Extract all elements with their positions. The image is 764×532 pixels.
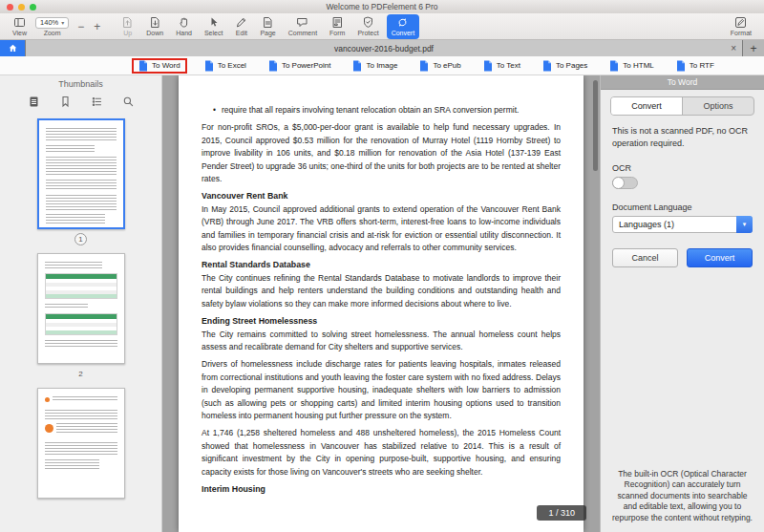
- zoom-dropdown[interactable]: 140% ▾: [35, 17, 69, 29]
- hand-icon: [178, 16, 190, 29]
- convert-to-excel-button[interactable]: To Excel: [200, 58, 251, 74]
- home-icon: [8, 43, 18, 53]
- thumbnail-page-3[interactable]: [37, 388, 125, 499]
- convert-to-word-button[interactable]: To Word: [132, 58, 187, 74]
- traffic-lights: [7, 4, 36, 11]
- thumb-table-graphic: [45, 273, 117, 299]
- bookmarks-panel-button[interactable]: [57, 94, 74, 110]
- panel-body: This is not a scanned PDF, no OCR operat…: [601, 116, 764, 267]
- form-icon: [331, 16, 344, 29]
- convert-to-powerpoint-button[interactable]: To PowerPoint: [264, 58, 336, 74]
- pdf-page[interactable]: • require that all repairs involving ten…: [179, 75, 584, 532]
- new-tab-button[interactable]: +: [743, 40, 764, 56]
- tab-bar: vancouver-2016-budget.pdf × +: [0, 40, 764, 56]
- chevron-down-icon: ▾: [61, 19, 64, 26]
- language-value: Languages (1): [619, 220, 674, 229]
- document-heading: Rental Standards Database: [202, 259, 561, 271]
- document-scrollbar[interactable]: [592, 77, 598, 530]
- main-area: Thumbnails: [0, 75, 764, 532]
- comment-bubble-icon: [296, 16, 308, 29]
- tab-convert[interactable]: Convert: [611, 97, 682, 115]
- document-paragraph: In May 2015, Council approved additional…: [202, 203, 561, 255]
- zoom-label: Zoom: [44, 30, 61, 36]
- thumbnail-page-2[interactable]: [37, 253, 125, 364]
- annotations-icon: [91, 96, 103, 108]
- tool-page-button[interactable]: Page: [255, 14, 280, 39]
- page-number: 2: [74, 368, 87, 380]
- tool-hand-button[interactable]: Hand: [171, 14, 197, 39]
- format-button[interactable]: Format: [726, 14, 756, 39]
- document-paragraph: The City continues refining the Rental S…: [202, 272, 561, 310]
- minimize-window-button[interactable]: [18, 4, 25, 11]
- tool-comment-button[interactable]: Comment: [284, 14, 322, 39]
- document-paragraph: The City remains committed to solving st…: [202, 329, 561, 354]
- text-doc-icon: [483, 60, 493, 72]
- main-toolbar: View 140% ▾ Zoom − + Up Down Hand: [0, 13, 764, 40]
- page-up-icon: [121, 16, 134, 29]
- zoom-in-button[interactable]: +: [89, 14, 105, 39]
- thumbnails-panel-button[interactable]: [26, 94, 42, 110]
- zoom-value: 140%: [40, 18, 58, 27]
- thumbnails-sidebar: Thumbnails: [0, 75, 162, 532]
- cancel-button[interactable]: Cancel: [612, 248, 678, 267]
- cursor-icon: [207, 16, 220, 29]
- tool-edit-button[interactable]: Edit: [230, 14, 252, 39]
- document-tab[interactable]: vancouver-2016-budget.pdf ×: [25, 40, 743, 56]
- view-button[interactable]: View: [8, 14, 32, 39]
- html-doc-icon: [609, 60, 619, 72]
- view-label: View: [12, 30, 27, 36]
- convert-to-epub-button[interactable]: To ePub: [414, 58, 465, 74]
- panel-actions: Cancel Convert: [612, 248, 753, 267]
- convert-to-text-button[interactable]: To Text: [478, 58, 525, 74]
- tool-up-button[interactable]: Up: [117, 14, 138, 39]
- fullscreen-window-button[interactable]: [30, 4, 36, 11]
- ocr-description-text: The built-in OCR (Optical Character Reco…: [610, 469, 754, 524]
- search-panel-button[interactable]: [120, 94, 137, 110]
- titlebar: Welcome to PDFelement 6 Pro: [0, 0, 764, 13]
- tool-form-button[interactable]: Form: [325, 14, 350, 39]
- thumb-table-graphic: [45, 313, 117, 335]
- format-label: Format: [731, 30, 752, 36]
- zoom-out-button[interactable]: −: [73, 14, 89, 39]
- convert-arrows-icon: [396, 16, 409, 29]
- convert-button[interactable]: Convert: [687, 248, 753, 267]
- document-language-label: Document Language: [612, 202, 753, 212]
- pdfelement-window: Welcome to PDFelement 6 Pro View 140% ▾ …: [0, 0, 764, 532]
- rtf-doc-icon: [676, 60, 686, 72]
- convert-to-pages-button[interactable]: To Pages: [538, 58, 592, 74]
- ocr-toggle[interactable]: [612, 177, 638, 189]
- tool-down-button[interactable]: Down: [141, 14, 168, 39]
- annotations-panel-button[interactable]: [89, 94, 105, 110]
- ocr-status-text: This is not a scanned PDF, no OCR operat…: [612, 125, 753, 150]
- panel-tabs: Convert Options: [610, 96, 754, 116]
- tool-select-button[interactable]: Select: [200, 14, 227, 39]
- convert-to-image-button[interactable]: To Image: [348, 58, 402, 74]
- document-heading: Interim Housing: [202, 483, 561, 496]
- toggle-knob: [612, 177, 625, 189]
- document-paragraph: Drivers of homelessness include discharg…: [202, 358, 561, 422]
- scrollbar-thumb[interactable]: [593, 80, 598, 171]
- to-word-panel: To Word Convert Options This is not a sc…: [600, 75, 764, 532]
- page-down-icon: [149, 16, 161, 29]
- document-area: • require that all repairs involving ten…: [162, 75, 600, 532]
- excel-doc-icon: [204, 60, 214, 72]
- bookmark-icon: [59, 96, 72, 108]
- language-select[interactable]: Languages (1) ▼: [612, 216, 753, 233]
- tool-group: Up Down Hand Select Edit Page: [117, 14, 419, 39]
- tool-convert-button[interactable]: Convert: [387, 14, 420, 39]
- tab-close-icon[interactable]: ×: [731, 44, 736, 53]
- page-number-badge: 1: [74, 233, 87, 245]
- epub-doc-icon: [419, 60, 429, 72]
- thumbnail-page-1[interactable]: [37, 118, 125, 229]
- tool-protect-button[interactable]: Protect: [352, 14, 383, 39]
- format-pencil-icon: [734, 16, 747, 29]
- orange-bullet: [45, 424, 53, 433]
- page-icon: [262, 16, 274, 29]
- convert-to-rtf-button[interactable]: To RTF: [671, 58, 719, 74]
- convert-to-html-button[interactable]: To HTML: [605, 58, 658, 74]
- document-paragraph: For non-profit SROs, a $5,000-per-door g…: [202, 121, 561, 185]
- tab-options[interactable]: Options: [682, 97, 753, 115]
- close-window-button[interactable]: [7, 4, 13, 11]
- home-button[interactable]: [0, 40, 25, 56]
- panel-title: To Word: [601, 75, 764, 90]
